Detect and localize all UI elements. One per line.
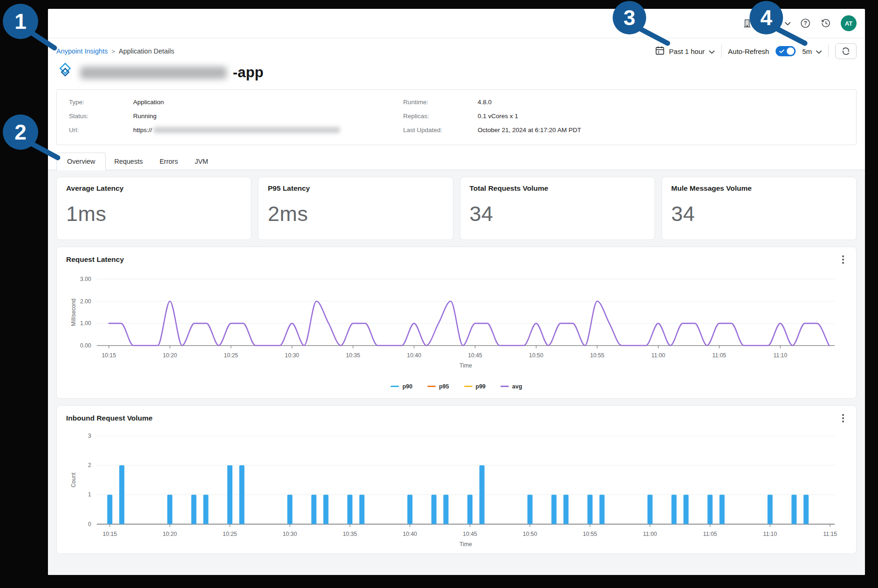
legend-item-avg[interactable]: avg: [500, 383, 522, 390]
legend-swatch: [427, 386, 436, 388]
breadcrumb-link-anypoint-insights[interactable]: Anypoint Insights: [56, 47, 108, 55]
detail-label-url: Url:: [69, 127, 133, 134]
callout-1: 1: [3, 4, 54, 48]
detail-value-type: Application: [133, 99, 403, 106]
metric-card-mule-messages-volume: Mule Messages Volume 34: [662, 177, 857, 240]
svg-text:1: 1: [88, 491, 91, 498]
building-icon: [742, 18, 752, 28]
detail-label-runtime: Runtime:: [403, 99, 478, 106]
svg-text:10:55: 10:55: [590, 352, 604, 359]
kebab-menu-icon[interactable]: [839, 254, 847, 265]
tab-bar: Overview Requests Errors JVM: [48, 153, 865, 170]
app-name-suffix: -app: [233, 64, 263, 81]
svg-text:11:05: 11:05: [712, 352, 726, 359]
inbound-request-volume-chart: 0123Count10:1510:2010:2510:3010:3510:401…: [66, 428, 847, 550]
svg-text:Time: Time: [459, 541, 472, 547]
svg-text:10:45: 10:45: [468, 352, 482, 359]
legend-swatch: [500, 386, 509, 388]
tab-overview[interactable]: Overview: [56, 153, 106, 170]
svg-text:2: 2: [14, 120, 27, 144]
help-icon[interactable]: ?: [800, 18, 811, 29]
app-icon: [56, 63, 74, 82]
avatar[interactable]: AT: [841, 15, 857, 31]
svg-text:11:10: 11:10: [763, 530, 777, 537]
svg-text:Time: Time: [459, 362, 472, 369]
toolbar-row: Anypoint Insights > Application Details …: [48, 38, 865, 60]
svg-text:10:40: 10:40: [403, 530, 417, 537]
metric-value: 1ms: [66, 202, 242, 226]
svg-text:10:30: 10:30: [283, 530, 297, 537]
svg-text:10:45: 10:45: [463, 530, 477, 537]
breadcrumb-separator: >: [111, 48, 115, 55]
svg-text:11:05: 11:05: [703, 530, 717, 537]
chart-title: Inbound Request Volume: [66, 414, 153, 422]
legend-label: p90: [402, 383, 412, 390]
detail-value-runtime: 4.8.0: [478, 99, 844, 106]
time-range-value: Past 1 hour: [669, 47, 705, 55]
chart-legend: p90p95p99avg: [66, 381, 847, 394]
chart-title: Request Latency: [66, 255, 124, 264]
svg-text:3: 3: [88, 433, 91, 439]
refresh-icon: [840, 46, 851, 57]
legend-item-p95[interactable]: p95: [427, 383, 449, 390]
legend-label: p99: [476, 383, 486, 390]
metric-value: 34: [671, 202, 847, 226]
time-controls: Past 1 hour Auto-Refresh 5m: [655, 43, 857, 59]
refresh-interval-selector[interactable]: 5m: [802, 47, 822, 55]
legend-item-p99[interactable]: p99: [464, 383, 486, 390]
breadcrumb-current: Application Details: [119, 47, 174, 55]
history-icon[interactable]: [820, 18, 831, 29]
divider: [828, 45, 829, 58]
kebab-menu-icon[interactable]: [839, 413, 847, 424]
svg-text:10:15: 10:15: [102, 530, 117, 537]
toggle-knob: [787, 47, 794, 55]
auto-refresh-toggle[interactable]: [776, 46, 796, 56]
legend-swatch: [391, 386, 399, 388]
metric-value: 34: [470, 202, 645, 226]
svg-text:10:55: 10:55: [583, 530, 597, 537]
metric-card-total-requests-volume: Total Requests Volume 34: [460, 177, 655, 240]
svg-text:10:40: 10:40: [407, 352, 421, 359]
svg-text:10:50: 10:50: [529, 352, 543, 359]
application-details-panel: Type: Application Runtime: 4.8.0 Status:…: [56, 89, 857, 145]
metric-card-p95-latency: P95 Latency 2ms: [258, 177, 453, 240]
svg-text:10:50: 10:50: [523, 530, 537, 537]
svg-text:0: 0: [88, 521, 91, 527]
svg-text:Millisecond: Millisecond: [70, 299, 77, 326]
chart-card-request-latency: Request Latency 0.001.002.003.00Millisec…: [56, 247, 857, 399]
svg-text:10:25: 10:25: [223, 530, 237, 537]
svg-text:11:00: 11:00: [651, 352, 665, 359]
svg-text:10:20: 10:20: [163, 352, 177, 359]
org-name-redacted: [756, 20, 781, 27]
svg-text:3.00: 3.00: [80, 276, 91, 282]
legend-item-p90[interactable]: p90: [391, 383, 412, 390]
refresh-button[interactable]: [835, 43, 857, 59]
tab-errors[interactable]: Errors: [151, 153, 186, 170]
chevron-down-icon: [709, 47, 715, 55]
svg-text:?: ?: [804, 20, 807, 27]
legend-label: avg: [512, 383, 522, 390]
metric-title: Mule Messages Volume: [671, 184, 847, 193]
org-selector[interactable]: [742, 18, 790, 28]
detail-value-status: Running: [133, 113, 403, 120]
check-icon: [779, 49, 784, 53]
refresh-interval-value: 5m: [802, 47, 812, 55]
overview-content: Average Latency 1ms P95 Latency 2ms Tota…: [48, 170, 865, 575]
svg-text:11:10: 11:10: [773, 352, 787, 359]
detail-value-last-updated: October 21, 2024 at 6:17:20 AM PDT: [478, 127, 844, 134]
svg-text:10:25: 10:25: [224, 352, 238, 359]
detail-label-last-updated: Last Updated:: [403, 127, 478, 134]
svg-text:10:35: 10:35: [343, 530, 357, 537]
top-nav: ? AT: [48, 9, 865, 38]
detail-label-replicas: Replicas:: [403, 113, 478, 120]
detail-label-type: Type:: [69, 99, 133, 106]
tab-jvm[interactable]: JVM: [186, 153, 216, 170]
time-range-selector[interactable]: Past 1 hour: [655, 46, 715, 57]
app-name-redacted: [80, 67, 227, 79]
legend-swatch: [464, 386, 473, 388]
svg-text:2: 2: [88, 462, 91, 468]
metrics-row: Average Latency 1ms P95 Latency 2ms Tota…: [56, 177, 857, 240]
auto-refresh-label: Auto-Refresh: [728, 47, 769, 55]
svg-text:1: 1: [14, 9, 27, 33]
tab-requests[interactable]: Requests: [106, 153, 151, 170]
